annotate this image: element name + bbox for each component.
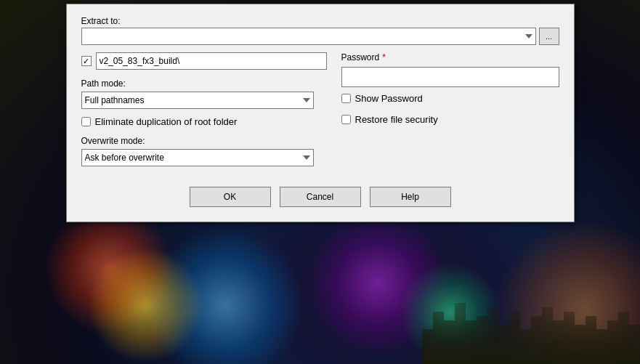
password-asterisk: *	[382, 52, 386, 62]
help-button[interactable]: Help	[370, 187, 451, 207]
password-input[interactable]	[341, 67, 559, 87]
show-password-row: Show Password	[341, 93, 559, 104]
extract-to-row: ...	[81, 28, 559, 45]
password-label: Password	[341, 52, 380, 62]
restore-file-security-checkbox[interactable]	[341, 115, 351, 124]
show-password-checkbox[interactable]	[341, 94, 351, 103]
cancel-button[interactable]: Cancel	[280, 187, 361, 207]
path-input-row	[81, 52, 327, 70]
show-password-label: Show Password	[355, 93, 423, 104]
right-panel: Password * Show Password Restore file se…	[341, 52, 559, 166]
password-section: Password * Show Password	[341, 52, 559, 104]
restore-file-security-row: Restore file security	[341, 114, 559, 125]
dialog-content: Path mode: Full pathnames No pathnames R…	[81, 52, 559, 166]
eliminate-duplication-label: Eliminate duplication of root folder	[95, 116, 238, 127]
password-label-row: Password *	[341, 52, 559, 62]
extract-to-label: Extract to:	[81, 16, 559, 26]
path-mode-label: Path mode:	[81, 78, 327, 89]
eliminate-duplication-checkbox[interactable]	[81, 117, 91, 126]
buttons-row: OK Cancel Help	[81, 187, 559, 207]
dialog-overlay: Extract to: ... Path mode: Full pathname…	[0, 0, 640, 364]
path-checkbox[interactable]	[81, 56, 92, 66]
eliminate-duplication-row: Eliminate duplication of root folder	[81, 116, 327, 127]
extract-to-select[interactable]	[81, 28, 536, 45]
ok-button[interactable]: OK	[190, 187, 271, 207]
overwrite-mode-select[interactable]: Ask before overwrite Overwrite all files…	[81, 149, 314, 166]
path-mode-select[interactable]: Full pathnames No pathnames Relative pat…	[81, 92, 314, 109]
extract-dialog: Extract to: ... Path mode: Full pathname…	[66, 4, 575, 222]
left-panel: Path mode: Full pathnames No pathnames R…	[81, 52, 327, 166]
overwrite-mode-label: Overwrite mode:	[81, 136, 327, 146]
browse-button[interactable]: ...	[539, 28, 559, 45]
restore-file-security-label: Restore file security	[355, 114, 438, 125]
path-text-input[interactable]	[96, 52, 327, 70]
